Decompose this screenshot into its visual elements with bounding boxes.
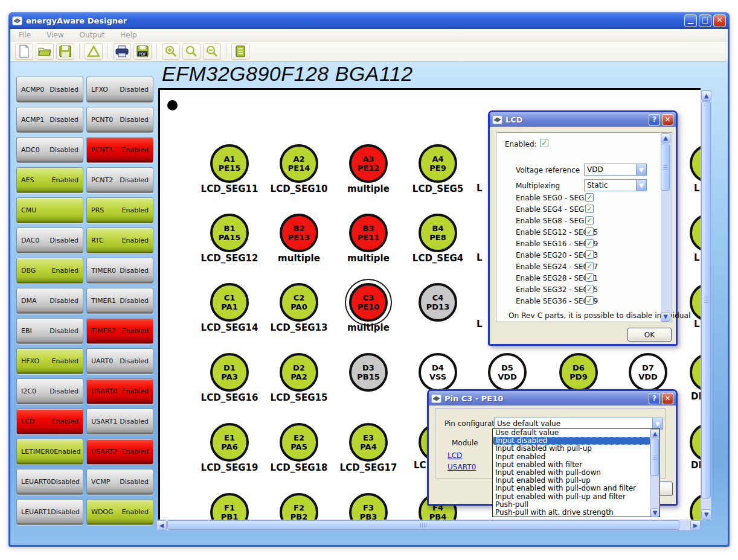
dropdown-item[interactable]: Input disabled with pull-up xyxy=(493,445,659,453)
scroll-up-button[interactable]: ▲ xyxy=(701,91,711,101)
module-button-timer0[interactable]: TIMER0Disabled xyxy=(86,258,153,284)
pin-B2[interactable]: B2PE13 xyxy=(280,214,318,252)
pin-C4[interactable]: C4PD13 xyxy=(419,283,457,322)
enable-seg20-seg23-checkbox[interactable]: ✓ xyxy=(585,250,594,259)
module-button-hfxo[interactable]: HFXOEnabled xyxy=(16,348,83,374)
pin-C2[interactable]: C2PA0 xyxy=(280,283,318,322)
menu-file[interactable]: File xyxy=(19,31,31,39)
enable-seg0-seg3-checkbox[interactable]: ✓ xyxy=(585,193,594,202)
module-button-timer1[interactable]: TIMER1Disabled xyxy=(86,288,153,314)
scroll-right-button[interactable]: ▶ xyxy=(690,520,701,530)
chevron-down-icon[interactable]: ▼ xyxy=(636,180,646,191)
save-button[interactable] xyxy=(56,43,74,60)
lcd-dialog-titlebar[interactable]: LCD ? ✕ xyxy=(490,112,676,127)
help-icon[interactable]: ? xyxy=(649,114,660,126)
maximize-button[interactable]: □ xyxy=(699,14,711,27)
voltage-reference-combobox[interactable]: VDD ▼ xyxy=(584,164,647,176)
vertical-scrollbar[interactable]: ▲ ▼ xyxy=(701,90,711,520)
module-button-prs[interactable]: PRSEnabled xyxy=(86,197,153,223)
pin-partial[interactable] xyxy=(690,423,701,462)
enable-seg24-seg27-checkbox[interactable]: ✓ xyxy=(585,262,594,270)
close-button[interactable]: ✕ xyxy=(713,14,726,27)
scrollbar-thumb[interactable] xyxy=(650,439,659,476)
chevron-down-icon[interactable]: ▼ xyxy=(636,164,646,175)
pin-F3[interactable]: F3PB3 xyxy=(349,493,388,520)
module-button-usart0[interactable]: USART0Enabled xyxy=(86,378,153,404)
pin-partial[interactable] xyxy=(690,214,701,252)
dropdown-item[interactable]: Input enabled with pull-up xyxy=(493,477,659,485)
pin-A2[interactable]: A2PE14 xyxy=(280,144,318,183)
dropdown-item[interactable]: Use default value xyxy=(493,429,659,437)
enable-seg32-seg35-checkbox[interactable]: ✓ xyxy=(585,285,594,293)
dropdown-item[interactable]: Input enabled with filter xyxy=(493,461,659,469)
open-file-button[interactable] xyxy=(36,43,54,60)
horizontal-scrollbar[interactable]: ◀ ▶ xyxy=(156,520,701,530)
menu-help[interactable]: Help xyxy=(120,31,136,39)
pin-D3[interactable]: D3PB15 xyxy=(349,353,388,392)
pin-A3[interactable]: A3PE12 xyxy=(349,144,388,183)
scroll-down-button[interactable]: ▼ xyxy=(661,312,670,322)
module-button-timer2[interactable]: TIMER2Enabled xyxy=(86,318,153,344)
module-button-acmp1[interactable]: ACMP1Disabled xyxy=(16,107,83,133)
module-button-ebi[interactable]: EBIDisabled xyxy=(16,318,83,344)
flip-button[interactable] xyxy=(85,43,103,60)
module-button-lfxo[interactable]: LFXODisabled xyxy=(86,77,153,103)
scroll-down-button[interactable]: ▼ xyxy=(650,508,659,517)
pin-E1[interactable]: E1PA6 xyxy=(210,423,249,462)
menu-view[interactable]: View xyxy=(47,31,63,39)
lcd-module-link[interactable]: LCD xyxy=(448,451,462,460)
pin-D1[interactable]: D1PA3 xyxy=(210,353,249,392)
module-button-lcd[interactable]: LCDEnabled xyxy=(16,409,83,434)
module-button-pcnt1[interactable]: PCNT1Enabled xyxy=(86,137,153,163)
chevron-down-icon[interactable]: ▼ xyxy=(652,418,663,429)
scroll-down-button[interactable]: ▼ xyxy=(701,509,711,520)
enable-seg4-seg7-checkbox[interactable]: ✓ xyxy=(585,205,594,213)
module-button-leuart1[interactable]: LEUART1Disabled xyxy=(16,499,83,525)
vertical-scrollbar-thumb[interactable] xyxy=(701,101,711,498)
dropdown-item[interactable]: Input disabled xyxy=(493,437,659,445)
module-button-dac0[interactable]: DAC0Disabled xyxy=(16,228,83,253)
dropdown-item[interactable]: Input enabled with pull-down and filter xyxy=(493,485,659,492)
enable-seg12-seg15-checkbox[interactable]: ✓ xyxy=(585,228,594,236)
zoom-out-button[interactable] xyxy=(203,43,221,60)
module-button-aes[interactable]: AESEnabled xyxy=(16,167,83,193)
dropdown-scrollbar[interactable]: ▲ ▼ xyxy=(650,429,659,517)
module-button-dma[interactable]: DMADisabled xyxy=(16,288,83,314)
pin-C1[interactable]: C1PA1 xyxy=(210,283,249,322)
enable-seg36-seg39-checkbox[interactable]: ✓ xyxy=(585,296,594,305)
horizontal-scrollbar-thumb[interactable] xyxy=(167,520,679,530)
pin-D5[interactable]: D5VDD xyxy=(488,353,527,392)
pin-A4[interactable]: A4PE9 xyxy=(419,144,457,183)
module-button-leuart0[interactable]: LEUART0Disabled xyxy=(16,469,83,495)
pin-E3[interactable]: E3PA4 xyxy=(349,423,388,462)
menu-output[interactable]: Output xyxy=(80,31,105,39)
module-button-pcnt0[interactable]: PCNT0Disabled xyxy=(86,107,153,133)
new-file-button[interactable] xyxy=(15,43,33,60)
pin-configuration-combobox[interactable]: Use default value ▼ xyxy=(494,418,663,430)
dropdown-item[interactable]: Push-pull xyxy=(493,501,659,509)
pin-F1[interactable]: F1PB1 xyxy=(210,493,249,520)
module-button-usart2[interactable]: USART2Enabled xyxy=(86,439,153,465)
print-button[interactable] xyxy=(113,43,131,60)
module-button-i2c0[interactable]: I2C0Disabled xyxy=(16,378,83,404)
module-button-wdog[interactable]: WDOGEnabled xyxy=(86,499,153,525)
dropdown-item[interactable]: Input enabled xyxy=(493,453,659,461)
pin-dialog-titlebar[interactable]: Pin C3 - PE10 ? ✕ xyxy=(429,391,676,406)
pin-B1[interactable]: B1PA15 xyxy=(210,214,249,252)
scroll-left-button[interactable]: ◀ xyxy=(156,520,167,530)
pin-C3[interactable]: C3PE10 xyxy=(349,283,388,322)
lcd-enabled-checkbox[interactable]: ✓ xyxy=(540,139,548,147)
pin-E2[interactable]: E2PA5 xyxy=(280,423,318,462)
pin-partial[interactable] xyxy=(690,493,701,520)
help-icon[interactable]: ? xyxy=(649,393,660,404)
module-button-pcnt2[interactable]: PCNT2Disabled xyxy=(86,167,153,193)
report-button[interactable] xyxy=(231,43,249,60)
module-button-adc0[interactable]: ADC0Disabled xyxy=(16,137,83,163)
dropdown-item[interactable]: Input enabled with pull-up and filter xyxy=(493,493,659,501)
usart0-module-link[interactable]: USART0 xyxy=(448,463,476,471)
pin-D6[interactable]: D6PD9 xyxy=(559,353,598,392)
zoom-in-button[interactable] xyxy=(162,43,180,60)
module-button-dbg[interactable]: DBGEnabled xyxy=(16,258,83,284)
minimize-button[interactable]: ▁ xyxy=(684,14,697,27)
pin-B3[interactable]: B3PE11 xyxy=(349,214,388,252)
